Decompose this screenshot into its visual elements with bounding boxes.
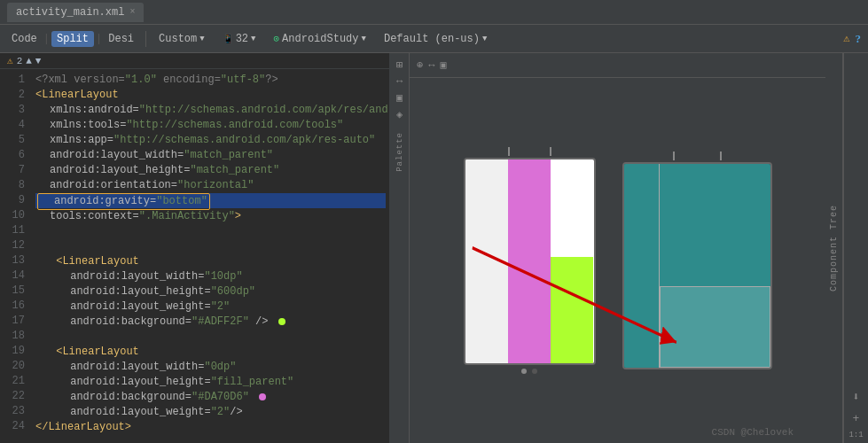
layout-preview-1 [465, 159, 594, 363]
custom-chevron: ▼ [199, 35, 204, 43]
code-line-22: android:background="#DA70D6" [35, 390, 386, 405]
code-line-18 [35, 330, 386, 345]
watermark: CSDN @Chelovek [712, 427, 794, 438]
code-line-14: android:layout_width="10dp" [35, 269, 386, 284]
palette-icon-add[interactable]: ⊞ [396, 58, 403, 72]
code-line-19: <LinearLayout [35, 345, 386, 360]
download-icon: ⬇ [853, 390, 860, 404]
pin-left [508, 147, 510, 156]
design-button[interactable]: Desi [104, 31, 138, 47]
code-line-3: xmlns:android="http://schemas.android.co… [35, 103, 386, 118]
design-panel: ⊞ ↔ ▣ ◈ Palette ⊕ ↔ ▣ [390, 53, 868, 443]
code-line-10: tools:context=".MainActivity"> [35, 209, 386, 224]
code-line-13: <LinearLayout [35, 254, 386, 269]
code-area[interactable]: 1 2 3 4 5 6 7 8 9 10 11 12 13 14 15 16 1… [0, 69, 389, 443]
warning-up-chevron[interactable]: ▲ [26, 56, 32, 66]
code-line-8: android:orientation="horizontal" [35, 178, 386, 193]
design-icon-3[interactable]: ▣ [440, 58, 446, 72]
api-label: 32 [236, 33, 248, 45]
api-chevron: ▼ [251, 35, 255, 43]
warning-icon: ⚠ [7, 55, 13, 66]
component-tree-sidebar: Component Tree [825, 53, 843, 443]
toolbar-right: ⚠ ? [843, 32, 861, 46]
code-line-6: android:layout_width="match_parent" [35, 148, 386, 163]
design-subtoolbar: ⊕ ↔ ▣ [410, 53, 825, 78]
layout2-left-bar [624, 164, 660, 368]
pin-row-1 [465, 147, 594, 156]
layout1-bar-white [465, 159, 508, 363]
phone-screen-2 [622, 162, 772, 369]
code-button[interactable]: Code [7, 31, 42, 47]
phone-mockup-2 [622, 152, 772, 369]
locale-dropdown[interactable]: Default (en-us) ▼ [379, 31, 492, 47]
palette-icon-arrow[interactable]: ↔ [396, 75, 403, 88]
download-action-btn[interactable]: ⬇ [848, 388, 865, 406]
design-icon-2[interactable]: ↔ [428, 59, 434, 72]
code-line-4: xmlns:tools="http://schemas.android.com/… [35, 118, 386, 133]
phone-mockup-1 [464, 147, 596, 374]
code-line-12 [35, 239, 386, 254]
warning-indicator[interactable]: ⚠ [843, 32, 849, 45]
line-numbers: 1 2 3 4 5 6 7 8 9 10 11 12 13 14 15 16 1… [0, 69, 32, 443]
phone-screen-1 [464, 158, 596, 365]
project-label: AndroidStudy [282, 33, 358, 45]
project-chevron: ▼ [362, 35, 366, 43]
layout1-bar-green [551, 257, 593, 363]
zoom-in-btn[interactable]: + [848, 409, 865, 427]
api-icon: 📱 [223, 34, 233, 44]
code-line-24: </LinearLayout> [35, 420, 386, 435]
code-line-15: android:layout_height="600dp" [35, 284, 386, 299]
palette-icon-grid[interactable]: ▣ [396, 91, 403, 105]
custom-label: Custom [159, 33, 197, 45]
split-button[interactable]: Split [51, 31, 94, 47]
file-tab-label: activity_main.xml [16, 6, 124, 19]
code-line-2: <LinearLayout [35, 88, 386, 103]
bottom-dots-1 [465, 369, 594, 374]
warning-down-chevron[interactable]: ▼ [35, 56, 42, 66]
layout2-inner-box [660, 286, 770, 368]
code-editor-panel: ⚠ 2 ▲ ▼ 1 2 3 4 5 6 7 8 9 10 11 12 13 14 [0, 53, 390, 443]
code-line-11 [35, 224, 386, 239]
warning-count: 2 [17, 56, 23, 66]
palette-sidebar: ⊞ ↔ ▣ ◈ Palette [390, 53, 410, 443]
layout-preview-2 [624, 164, 770, 368]
warning-bar: ⚠ 2 ▲ ▼ [0, 53, 389, 69]
design-icon-1[interactable]: ⊕ [417, 58, 423, 72]
code-line-7: android:layout_height="match_parent" [35, 163, 386, 178]
palette-icon-diamond[interactable]: ◈ [396, 108, 403, 121]
code-line-20: android:layout_width="0dp" [35, 360, 386, 375]
right-action-bar: ⬇ + 1:1 [843, 53, 868, 443]
plus-icon: + [853, 412, 860, 425]
preview-canvases: CSDN @Chelovek [410, 78, 825, 443]
layout1-bar-magenta [508, 159, 551, 363]
code-line-1: <?xml version="1.0" encoding="utf-8"?> [35, 73, 386, 88]
locale-chevron: ▼ [482, 35, 487, 43]
custom-dropdown[interactable]: Custom ▼ [153, 31, 210, 47]
view-mode-buttons: Code | Split | Desi [7, 31, 138, 47]
layout2-right-area [660, 164, 770, 368]
code-line-5: xmlns:app="http://schemas.android.com/ap… [35, 133, 386, 148]
preview-area: ⊕ ↔ ▣ [410, 53, 825, 443]
code-lines[interactable]: <?xml version="1.0" encoding="utf-8"?> <… [32, 69, 389, 443]
pin-right-2 [720, 152, 722, 160]
code-line-17: android:background="#ADFF2F" /> [35, 315, 386, 330]
pin-row-2 [624, 152, 770, 160]
toolbar-separator-1 [145, 31, 146, 47]
info-indicator[interactable]: ? [856, 32, 862, 46]
code-line-16: android:layout_weight="2" [35, 299, 386, 315]
pin-left-2 [673, 152, 675, 160]
project-dropdown[interactable]: ⊙ AndroidStudy ▼ [268, 31, 371, 47]
file-tab[interactable]: activity_main.xml × [7, 3, 144, 22]
android-icon: ⊙ [273, 33, 279, 44]
code-line-23: android:layout_weight="2"/> [35, 405, 386, 420]
code-line-21: android:layout_height="fill_parent" [35, 375, 386, 390]
close-tab-button[interactable]: × [129, 7, 135, 17]
dot-1 [521, 369, 527, 374]
title-bar: activity_main.xml × [0, 0, 868, 25]
api-dropdown[interactable]: 📱 32 ▼ [217, 31, 262, 47]
component-tree-label: Component Tree [829, 205, 839, 291]
palette-label: Palette [395, 132, 404, 172]
locale-label: Default (en-us) [384, 33, 480, 45]
pin-right [550, 147, 551, 156]
code-line-9: android:gravity="bottom" [35, 193, 386, 208]
